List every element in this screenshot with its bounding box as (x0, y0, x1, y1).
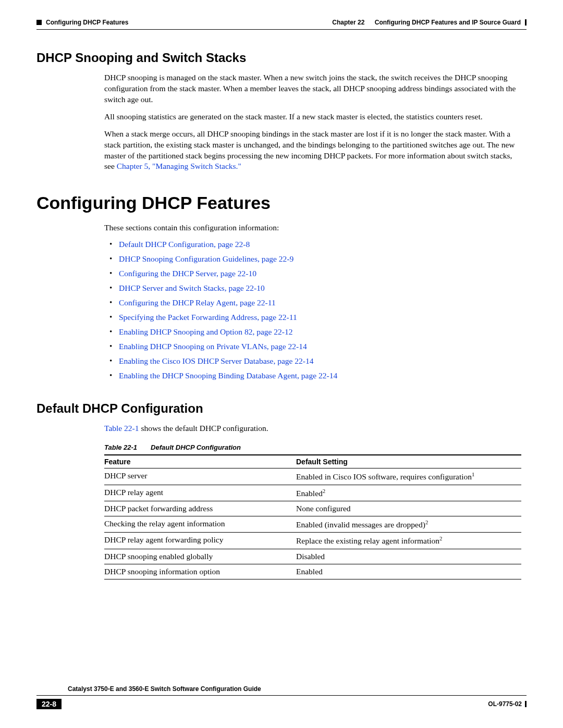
para-snooping-2: All snooping statistics are generated on… (104, 112, 521, 122)
table-default-config: Feature Default Setting DHCP serverEnabl… (104, 454, 521, 579)
header-chapter-title: Configuring DHCP Features and IP Source … (375, 19, 521, 26)
toc-link[interactable]: DHCP Snooping Configuration Guidelines, … (119, 254, 293, 263)
table-row: DHCP serverEnabled in Cisco IOS software… (104, 468, 521, 485)
header-section: Configuring DHCP Features (46, 19, 128, 26)
cell-feature: DHCP server (104, 468, 296, 485)
toc-link[interactable]: Configuring the DHCP Server, page 22-10 (119, 269, 256, 278)
para-default-intro: Table 22-1 shows the default DHCP config… (104, 423, 521, 434)
cell-feature: DHCP packet forwarding address (104, 501, 296, 516)
cell-feature: DHCP relay agent forwarding policy (104, 533, 296, 549)
footer-rule (36, 695, 527, 696)
header-rule (36, 29, 527, 30)
toc-link[interactable]: Enabling the DHCP Snooping Binding Datab… (119, 371, 337, 380)
toc-link[interactable]: Default DHCP Configuration, page 22-8 (119, 240, 250, 249)
cell-feature: DHCP relay agent (104, 485, 296, 501)
footer-bar-icon (525, 701, 527, 707)
table-row: DHCP relay agentEnabled2 (104, 485, 521, 501)
table-row: DHCP relay agent forwarding policyReplac… (104, 533, 521, 549)
cell-default: Enabled2 (296, 485, 521, 501)
cell-default: Replace the existing relay agent informa… (296, 533, 521, 549)
heading-configuring-dhcp: Configuring DHCP Features (36, 193, 527, 213)
doc-id: OL-9775-02 (488, 700, 527, 708)
table-row: DHCP snooping enabled globallyDisabled (104, 549, 521, 564)
th-feature: Feature (104, 455, 296, 468)
table-row: DHCP packet forwarding addressNone confi… (104, 501, 521, 516)
para-snooping-1: DHCP snooping is managed on the stack ma… (104, 72, 521, 105)
cell-feature: Checking the relay agent information (104, 516, 296, 532)
toc-link[interactable]: Enabling DHCP Snooping and Option 82, pa… (119, 327, 293, 336)
heading-default-config: Default DHCP Configuration (36, 401, 527, 416)
header-bar-icon (525, 19, 527, 26)
cell-feature: DHCP snooping information option (104, 564, 296, 579)
link-managing-switch-stacks[interactable]: Chapter 5, "Managing Switch Stacks." (117, 162, 241, 170)
cell-default: Enabled in Cisco IOS software, requires … (296, 468, 521, 485)
cell-default: Enabled (296, 564, 521, 579)
header-chapter-label: Chapter 22 (332, 19, 364, 26)
cell-default: Disabled (296, 549, 521, 564)
table-row: Checking the relay agent informationEnab… (104, 516, 521, 532)
cell-default: Enabled (invalid messages are dropped)2 (296, 516, 521, 532)
toc-link[interactable]: Configuring the DHCP Relay Agent, page 2… (119, 298, 276, 307)
footer-guide-title: Catalyst 3750-E and 3560-E Switch Softwa… (68, 685, 261, 693)
table-row: DHCP snooping information optionEnabled (104, 564, 521, 579)
link-table-22-1[interactable]: Table 22-1 (104, 424, 139, 433)
th-default: Default Setting (296, 455, 521, 468)
table-caption: Table 22-1Default DHCP Configuration (104, 443, 521, 451)
cell-default: None configured (296, 501, 521, 516)
heading-snooping-stacks: DHCP Snooping and Switch Stacks (36, 51, 527, 65)
toc-link[interactable]: Enabling the Cisco IOS DHCP Server Datab… (119, 356, 314, 365)
para-intro: These sections contain this configuratio… (104, 223, 521, 233)
toc-link[interactable]: Enabling DHCP Snooping on Private VLANs,… (119, 342, 307, 351)
toc-link[interactable]: Specifying the Packet Forwarding Address… (119, 313, 297, 322)
page-number: 22-8 (36, 699, 62, 709)
toc-list: Default DHCP Configuration, page 22-8 DH… (104, 240, 521, 380)
para-snooping-3: When a stack merge occurs, all DHCP snoo… (104, 129, 521, 172)
cell-feature: DHCP snooping enabled globally (104, 549, 296, 564)
header-marker-icon (36, 20, 42, 25)
toc-link[interactable]: DHCP Server and Switch Stacks, page 22-1… (119, 283, 265, 292)
